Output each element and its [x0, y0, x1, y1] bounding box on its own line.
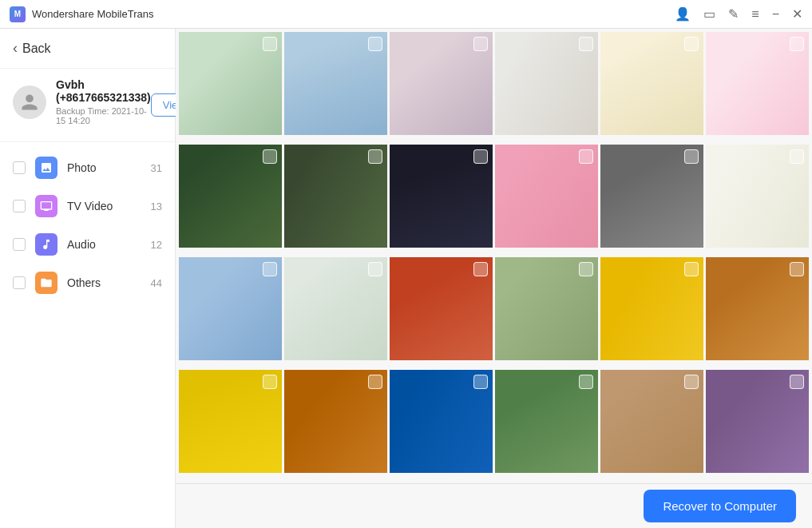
- photo-cell-checkbox[interactable]: [790, 149, 804, 164]
- photo-cell[interactable]: [179, 145, 282, 248]
- minimize-button[interactable]: −: [772, 8, 779, 21]
- title-bar: M Wondershare MobileTrans 👤 ▭ ✎ ≡ − ✕: [0, 0, 812, 29]
- account-icon[interactable]: 👤: [675, 8, 691, 21]
- close-button[interactable]: ✕: [792, 8, 802, 21]
- edit-icon[interactable]: ✎: [728, 8, 739, 21]
- back-arrow-icon: ‹: [13, 40, 18, 57]
- photo-cell[interactable]: [495, 257, 598, 360]
- photo-cell[interactable]: [600, 145, 703, 248]
- tvvideo-checkbox[interactable]: [13, 200, 26, 212]
- sidebar: ‹ Back Gvbh (+8617665321338) Backup Time…: [0, 29, 176, 528]
- bottom-bar: Recover to Computer: [176, 483, 812, 528]
- photo-cell-checkbox[interactable]: [579, 262, 593, 276]
- audio-checkbox[interactable]: [13, 238, 26, 251]
- photo-cell[interactable]: [390, 32, 493, 135]
- photo-cell[interactable]: [179, 32, 282, 135]
- contact-backup-time: Backup Time: 2021-10-15 14:20: [56, 106, 151, 125]
- photo-cell[interactable]: [600, 257, 703, 360]
- photo-cell[interactable]: [284, 370, 387, 473]
- contact-card: Gvbh (+8617665321338) Backup Time: 2021-…: [0, 69, 175, 142]
- app-title: Wondershare MobileTrans: [32, 8, 153, 20]
- others-label: Others: [67, 276, 141, 289]
- photo-grid: [176, 29, 812, 483]
- photo-cell-checkbox[interactable]: [473, 149, 488, 164]
- photo-cell[interactable]: [284, 32, 387, 135]
- contact-name: Gvbh (+8617665321338): [56, 78, 151, 104]
- photo-cell[interactable]: [179, 370, 282, 473]
- audio-icon: [35, 233, 57, 256]
- right-panel: Recover to Computer: [176, 29, 812, 528]
- photo-cell-checkbox[interactable]: [263, 37, 277, 51]
- nav-item-photo[interactable]: Photo 31: [0, 149, 175, 187]
- photo-cell[interactable]: [495, 32, 598, 135]
- photo-cell-checkbox[interactable]: [473, 262, 488, 276]
- photo-cell[interactable]: [179, 257, 282, 360]
- avatar: [13, 85, 46, 119]
- photo-cell-checkbox[interactable]: [368, 262, 382, 276]
- tvvideo-icon: [35, 195, 57, 217]
- user-icon: [20, 93, 39, 112]
- photo-cell[interactable]: [390, 370, 493, 473]
- back-label: Back: [22, 42, 51, 56]
- photo-cell[interactable]: [600, 370, 703, 473]
- tvvideo-count: 13: [151, 200, 162, 212]
- title-bar-controls: 👤 ▭ ✎ ≡ − ✕: [675, 8, 802, 21]
- recover-to-computer-button[interactable]: Recover to Computer: [644, 490, 796, 522]
- app-icon: M: [10, 6, 26, 22]
- photo-cell-checkbox[interactable]: [263, 375, 277, 389]
- photo-cell-checkbox[interactable]: [368, 375, 382, 389]
- photo-cell[interactable]: [495, 370, 598, 473]
- photo-cell-checkbox[interactable]: [368, 37, 382, 51]
- nav-items: Photo 31 TV Video 13: [0, 142, 175, 308]
- photo-cell-checkbox[interactable]: [473, 37, 488, 51]
- photo-cell-checkbox[interactable]: [579, 375, 593, 389]
- photo-cell[interactable]: [390, 145, 493, 248]
- main-content: ‹ Back Gvbh (+8617665321338) Backup Time…: [0, 29, 812, 528]
- photo-count: 31: [151, 162, 162, 174]
- nav-item-tvvideo[interactable]: TV Video 13: [0, 187, 175, 225]
- photo-cell-checkbox[interactable]: [473, 375, 488, 389]
- photo-cell-checkbox[interactable]: [790, 37, 804, 51]
- photo-cell[interactable]: [706, 370, 809, 473]
- photo-label: Photo: [67, 161, 141, 174]
- others-count: 44: [151, 277, 162, 289]
- photo-cell[interactable]: [495, 145, 598, 248]
- others-checkbox[interactable]: [13, 276, 26, 289]
- nav-item-others[interactable]: Others 44: [0, 264, 175, 302]
- photo-cell[interactable]: [284, 257, 387, 360]
- photo-cell-checkbox[interactable]: [579, 37, 593, 51]
- photo-icon: [35, 157, 57, 179]
- photo-checkbox[interactable]: [13, 161, 26, 174]
- audio-count: 12: [151, 239, 162, 251]
- photo-cell-checkbox[interactable]: [684, 375, 699, 389]
- photo-cell-checkbox[interactable]: [684, 262, 699, 276]
- others-icon: [35, 272, 57, 294]
- photo-cell-checkbox[interactable]: [263, 262, 277, 276]
- audio-label: Audio: [67, 238, 141, 251]
- nav-item-audio[interactable]: Audio 12: [0, 225, 175, 264]
- title-bar-left: M Wondershare MobileTrans: [10, 6, 153, 22]
- photo-cell[interactable]: [600, 32, 703, 135]
- photo-cell[interactable]: [284, 145, 387, 248]
- bookmark-icon[interactable]: ▭: [703, 8, 715, 21]
- contact-info: Gvbh (+8617665321338) Backup Time: 2021-…: [13, 78, 151, 125]
- photo-cell-checkbox[interactable]: [684, 149, 699, 164]
- photo-cell[interactable]: [706, 145, 809, 248]
- tvvideo-label: TV Video: [67, 200, 141, 212]
- photo-cell-checkbox[interactable]: [579, 149, 593, 164]
- photo-cell[interactable]: [390, 257, 493, 360]
- photo-cell-checkbox[interactable]: [368, 149, 382, 164]
- photo-cell[interactable]: [706, 257, 809, 360]
- photo-cell-checkbox[interactable]: [263, 149, 277, 164]
- photo-cell-checkbox[interactable]: [790, 375, 804, 389]
- menu-icon[interactable]: ≡: [751, 8, 759, 21]
- photo-cell-checkbox[interactable]: [684, 37, 699, 51]
- photo-cell[interactable]: [706, 32, 809, 135]
- back-button[interactable]: ‹ Back: [0, 29, 175, 69]
- contact-details: Gvbh (+8617665321338) Backup Time: 2021-…: [56, 78, 151, 125]
- photo-cell-checkbox[interactable]: [790, 262, 804, 276]
